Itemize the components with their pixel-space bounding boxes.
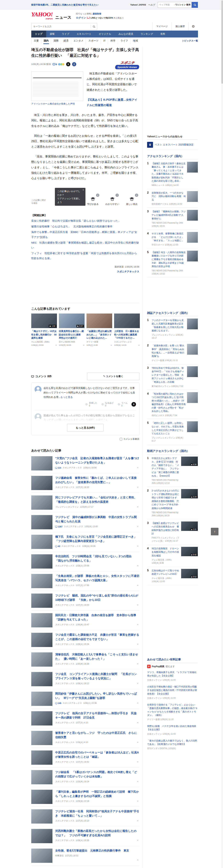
row-title[interactable]: 橋下氏 文春にもフジにも苦言「フジ会見前に謝罪訂正すべき」「フジ経営陣も記事内容… [55, 535, 139, 544]
row-thumbnail[interactable] [31, 476, 53, 490]
row-close-icon[interactable]: ✕ [137, 859, 138, 861]
article-list-row[interactable]: フジテレビ 他局の女子アナも中居接待へ…幹部が手引き 民放キー局の調査で判明 2… [31, 709, 139, 728]
more-comments-button[interactable]: もっと見る(8件) [67, 424, 103, 432]
row-comment-count[interactable]: 114 [55, 467, 61, 469]
row-title[interactable]: フジテレビ 他局の女子アナも中居接待へ…幹部が手引き 民放キー局の調査で判明 2… [55, 711, 139, 720]
nav-tab[interactable]: みんなの意見 [115, 31, 137, 37]
row-close-icon[interactable]: ✕ [137, 780, 138, 783]
card-title[interactable]: 「会議室に呼ばれ鍵を閉められ…」「多目的トイレに連れ込まれた… [87, 330, 112, 340]
row-close-icon[interactable]: ✕ [137, 702, 138, 704]
ranking-link[interactable]: TBSを辞めて年収は3分の1、借金7000万…「それでも名物ディレクターが退社し… [152, 366, 186, 384]
reaction-button[interactable]: 2 新しい視点 [124, 196, 139, 206]
article-list-row[interactable]: フジ会見で露呈した調査能力不足 弁護士が苦言「事実を把握することが、この規模の会… [31, 630, 139, 650]
card-title[interactable]: 従業員男性を暴行か…建設会社社長ら2人逮捕 男性はその後死亡 [59, 330, 85, 340]
row-close-icon[interactable]: ✕ [137, 545, 138, 547]
ranking-link[interactable]: サガミ休業、衝撃映像に動揺広がる 「どんだけ深いんだよ」「怖すぎる」「スッと地面… [152, 232, 186, 242]
nav-tab[interactable]: 有料 [157, 31, 169, 37]
article-list-row[interactable]: “大荒れ”フジ会見 記者の入場資格導入を識者が提言「人を傷つけないようなトレーニ… [31, 454, 139, 473]
subnav-category[interactable]: 科学 [108, 37, 118, 44]
video-thumbnail[interactable]: 6:58 [181, 457, 198, 466]
row-title[interactable]: フジテレビ港浩一社長 同局幹部が“他局女子アナも中居接待”手引き 本紙報道に「ち… [55, 809, 139, 818]
paid-article-link[interactable]: 小池百合子都知事の側近・樋口千代田区長が隠蔽する談合疑惑と職員の自死《千代田区元… [147, 685, 198, 695]
ranking-link[interactable]: 中居正広さん女性トラブル、文春“訂正”の波紋 街の人「納得できない」「メディア不… [152, 457, 180, 477]
row-close-icon[interactable]: ✕ [137, 466, 138, 469]
row-title[interactable]: 被害者ケアと言いながら…フジ 守ったのは中居正広氏 さらに信頼失墜 [55, 731, 139, 740]
article-list-row[interactable]: 橋下氏 文春にもフジにも苦言「フジ会見前に謝罪訂正すべき」「フジ経営陣も記事内容… [31, 532, 139, 552]
paid-article-item[interactable]: 社長辞任で崩壊する「フジテレビ」止まらない「斎藤元彦兵庫県知事」の疑惑…過去最大… [147, 701, 198, 723]
row-title[interactable]: 中居正広氏の自宅でのバーベキューは「参加者は10人ほど」社員Aが被害女性を誘った… [55, 750, 139, 759]
article-list-row[interactable]: 被害者ケアと言いながら…フジ 守ったのは中居正広氏 さらに信頼失墜 スポニチアネ… [31, 728, 139, 748]
video-thumbnail[interactable]: 0:42 [181, 547, 198, 556]
article-list-row[interactable]: 清塚信也氏 大物芸能人と3人で食事会も「こそっと支払い済ませた」 濃い時間に「あ… [31, 650, 139, 670]
nav-tab[interactable]: ライブ [58, 31, 73, 37]
row-title[interactable]: フジ会見 コンプライアンス意識に弁護士が疑問 「社長がコンプライアンス室を疑って… [55, 672, 139, 681]
ranking-thumbnail[interactable] [187, 366, 198, 377]
row-close-icon[interactable]: ✕ [137, 623, 138, 626]
paid-article-link[interactable]: マツコ、有働由美子も仰天 “トラブル”で名物社長が失踪した【全文公開】 [147, 671, 198, 678]
subnav-category[interactable]: 国際 [51, 37, 61, 44]
keyword-search-button[interactable] [91, 26, 97, 27]
ranking-item[interactable]: 5 広告出稿はすべて取りやめ 政府フジテレビへの対応 テレビ朝日系（ANN） 1… [147, 567, 198, 585]
related-article-link[interactable]: 海外でも衝撃…中居正広氏引退 英BBC「日本の芸能界は…精算に直面」米メディアは… [31, 230, 139, 240]
x-share-button[interactable]: X [131, 402, 136, 407]
row-comment-count[interactable]: 42 [55, 545, 60, 548]
ranking-item[interactable]: 2 2つの穴が大きな1つの穴に トラック運転席部分は泥に埋まり目視で確認できず … [147, 487, 198, 519]
card-title[interactable]: 上田晋也 日々蔓延る女性への性加害に嫌悪感「VTR見てるだけ… [114, 330, 140, 340]
article-list-row[interactable]: 「週刊文春」編集長が声明 一部訂正の経緯改めて説明 橋下氏から「しれっと上書きす… [31, 787, 139, 807]
row-close-icon[interactable]: ✕ [137, 604, 138, 606]
nav-tab[interactable]: 速報 [46, 31, 58, 37]
article-image-caption[interactable]: アドバンスホーム株式会社が発表した声明 [31, 102, 83, 105]
ranking-item[interactable]: 2 道路陥没が拡大、一つの大きな穴に 消防が救助活動を再開 埼玉 朝日新聞デジタ… [147, 189, 198, 208]
subnav-category[interactable]: スポーツ [86, 37, 101, 44]
register-link[interactable]: 新規取得 [93, 12, 101, 15]
row-close-icon[interactable]: ✕ [137, 741, 138, 744]
row-thumbnail[interactable] [31, 731, 53, 745]
ranking-item[interactable]: 2 「岩屋外務大臣」を襲った“重大事件” 議員宿舎に「見知らぬ女性が侵入」…一歩… [147, 342, 198, 364]
row-thumbnail[interactable] [31, 809, 53, 824]
ranking-thumbnail[interactable] [187, 318, 198, 329]
row-thumbnail[interactable] [31, 554, 53, 568]
row-thumbnail[interactable] [31, 672, 53, 686]
paid-article-item[interactable]: 長野3人殺傷 バスケ少年を追い詰めた借金地獄【全文公開】 文春オンライン 1/3… [147, 723, 198, 737]
keyword-search-input[interactable] [31, 25, 90, 28]
row-thumbnail[interactable] [31, 829, 53, 843]
related-article-link[interactable]: フィフィ 性犯罪者に対する“科学的去勢”を提案「米国では刑務所を仮出所の1カ月前… [31, 251, 139, 261]
nav-tab[interactable]: ランキング [137, 31, 157, 37]
row-thumbnail[interactable] [31, 750, 53, 765]
gear-icon[interactable]: ⚙ [188, 22, 198, 31]
reaction-button[interactable]: 7 わかりやすい [105, 196, 120, 206]
video-thumbnail[interactable]: 2:24 [181, 489, 198, 498]
ranking-link[interactable]: 埼玉の道路陥没 ドローンを複数回飛ばし穴の中の状況を確認 [152, 547, 180, 557]
row-close-icon[interactable]: ✕ [137, 721, 138, 724]
purchase-history-link[interactable]: 購入履歴 [171, 22, 188, 31]
card-close-icon[interactable]: ✕ [138, 344, 140, 346]
ranking-link[interactable]: 【速報】「職務執行が困難」フジテレビ編成幹部A氏が異動で“人事局付”に [152, 210, 186, 220]
login-link[interactable]: ログイン [76, 16, 86, 19]
x-share-button[interactable]: X [66, 62, 70, 66]
card-thumbnail[interactable] [114, 313, 140, 328]
row-close-icon[interactable]: ✕ [137, 506, 138, 508]
ranking-item[interactable]: 3 【速報】「職務執行が困難」フジテレビ編成幹部A氏が異動で“人事局付”に TB… [147, 208, 198, 230]
ranking-link[interactable]: 道路陥没が拡大、一つの大きな穴に 消防が救助活動を再開 埼玉 [152, 191, 186, 202]
row-comment-count[interactable]: 145 [55, 702, 61, 705]
row-thumbnail[interactable] [31, 711, 53, 725]
related-article-link[interactable]: NEC 社員の逮捕を受け謝罪「事実関係を確認し厳正な処分」就活中の大学生に性的暴… [31, 240, 139, 250]
row-title[interactable]: 同じフジテレビアナでも大違い…「会社が大好き」と泣く男性、「徹底的な調査を」と訴… [55, 495, 139, 504]
row-comment-count[interactable]: 1267 [55, 526, 63, 528]
comment-reaction-button[interactable]: ☺ なるほど0 [101, 402, 114, 407]
ranking-item[interactable]: 5 「絶対に正しい謝罪」は存在しないが、それでも…引退を発表した中居正広氏に作家… [147, 419, 198, 445]
nav-tab[interactable]: エキスパート [73, 31, 95, 37]
related-article-link[interactable]: 長女に性的暴行 初公判で父親が無罪主張「逆らえない状態ではなかった」 [31, 218, 139, 223]
ranking-link[interactable]: 「性加害の裁判に現れたのはかつて250万円超を貸した“息子同然”の府議だった」…… [152, 392, 186, 413]
card-close-icon[interactable]: ✕ [110, 344, 112, 346]
article-list-row[interactable]: フジテレビ 騒然、混乱の中“やり直し会見”辞任の港社長ら4人が10秒頭下げ謝罪 … [31, 591, 139, 611]
paid-article-item[interactable]: マツコ、有働由美子も仰天 “トラブル”で名物社長が失踪した【全文公開】 文春オン… [147, 669, 198, 683]
paid-article-link[interactable]: 社長辞任で崩壊する「フジテレビ」止まらない「斎藤元彦兵庫県知事」の疑惑…過去最大… [147, 703, 198, 717]
back-to-top-button[interactable]: ↑ [211, 528, 219, 535]
ranking-item[interactable]: 4 サガミ休業、衝撃映像に動揺広がる 「どんだけ深いんだよ」「怖すぎる」「スッと… [147, 230, 198, 249]
scrollbar-track[interactable] [221, 0, 223, 868]
row-title[interactable]: フジ副会長 「1番はガバナンスの問題」相次ぐCM差し替え「どの段階まで広がってい… [55, 770, 139, 779]
row-close-icon[interactable]: ✕ [137, 643, 138, 646]
ranking-item[interactable]: 1 中居正広さん女性トラブル、文春“訂正”の波紋 街の人「納得できない」「メディ… [147, 455, 198, 487]
reaction-button[interactable]: 2 学びがある [86, 196, 100, 206]
